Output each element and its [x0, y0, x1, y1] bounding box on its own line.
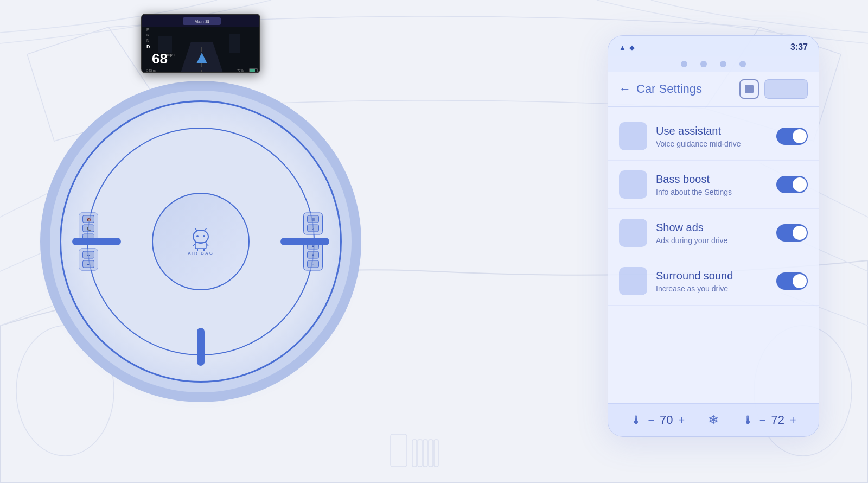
climate-left-value: 70: [660, 413, 673, 427]
climate-right-value: 72: [771, 413, 784, 427]
sw-btn-menu[interactable]: ☰: [307, 215, 319, 223]
setting-text-use-assistant: Use assistant Voice guidance mid-drive: [656, 125, 768, 148]
panel-header: ← Car Settings: [608, 72, 819, 107]
phone-screen: Main St 68 mph P R N D 343 mi 77%: [141, 14, 260, 73]
setting-desc-show-ads: Ads during your drive: [656, 236, 768, 245]
setting-text-surround-sound: Surround sound Increase as you drive: [656, 270, 768, 293]
climate-left-icon: 🌡: [630, 413, 642, 427]
svg-text:77%: 77%: [237, 69, 244, 72]
back-arrow-icon: ←: [619, 82, 631, 96]
nav-dot-1: [681, 61, 687, 67]
setting-item-use-assistant: Use assistant Voice guidance mid-drive: [608, 112, 819, 161]
menu-button[interactable]: [764, 79, 808, 99]
setting-icon-bass-boost: [619, 170, 647, 199]
svg-text:mph: mph: [167, 53, 175, 57]
svg-text:P: P: [146, 28, 149, 31]
stop-button[interactable]: [739, 79, 759, 99]
sw-btn-check[interactable]: ✓: [307, 225, 319, 232]
phone-panel: ▲ ◆ 3:37 ← Car Settings: [608, 35, 819, 437]
svg-rect-32: [250, 69, 255, 72]
steering-section: Main St 68 mph P R N D 343 mi 77%: [43, 30, 358, 453]
header-title: Car Settings: [636, 82, 702, 96]
sw-btn-mute[interactable]: 🔇: [82, 215, 94, 223]
setting-item-bass-boost: Bass boost Info about the Settings: [608, 161, 819, 209]
setting-item-show-ads: Show ads Ads during your drive: [608, 209, 819, 257]
climate-bar: 🌡 − 70 + ❄ 🌡 − 72 +: [608, 403, 819, 436]
phone-map: Main St 68 mph P R N D 343 mi 77%: [142, 15, 259, 72]
main-container: Main St 68 mph P R N D 343 mi 77%: [0, 0, 868, 483]
climate-right-minus[interactable]: −: [760, 414, 766, 427]
sw-btn-next[interactable]: ⏭: [82, 260, 94, 268]
sw-btn-down[interactable]: ▼: [307, 251, 319, 259]
setting-icon-show-ads: [619, 219, 647, 247]
setting-desc-surround-sound: Increase as you drive: [656, 284, 768, 293]
climate-right: 🌡 − 72 +: [742, 413, 796, 427]
toggle-show-ads[interactable]: [776, 224, 808, 242]
toggle-knob-bass-boost: [793, 177, 807, 192]
settings-section: ▲ ◆ 3:37 ← Car Settings: [608, 35, 825, 448]
svg-text:R: R: [146, 33, 149, 37]
status-bar: ▲ ◆ 3:37: [608, 36, 819, 56]
sw-btn-prev[interactable]: ⏮: [82, 251, 94, 259]
toggle-knob-surround-sound: [793, 274, 807, 288]
setting-item-surround-sound: Surround sound Increase as you drive: [608, 257, 819, 306]
climate-right-plus[interactable]: +: [790, 414, 796, 427]
svg-text:68: 68: [152, 50, 168, 67]
climate-left: 🌡 − 70 +: [630, 413, 685, 427]
svg-text:N: N: [146, 39, 149, 42]
spoke-right: [280, 238, 329, 245]
setting-desc-use-assistant: Voice guidance mid-drive: [656, 139, 768, 148]
sw-btn-phone[interactable]: 📞: [82, 225, 94, 232]
header-actions: [739, 79, 808, 99]
setting-icon-use-assistant: [619, 122, 647, 150]
nav-dot-2: [700, 61, 707, 67]
setting-text-show-ads: Show ads Ads during your drive: [656, 221, 768, 245]
setting-icon-surround-sound: [619, 267, 647, 295]
setting-desc-bass-boost: Info about the Settings: [656, 188, 768, 196]
wifi-icon: ◆: [629, 43, 635, 52]
status-icons: ▲ ◆: [619, 43, 635, 52]
svg-point-33: [193, 230, 208, 243]
toggle-knob-show-ads: [793, 226, 807, 240]
sw-btn-back[interactable]: ←: [307, 260, 319, 268]
spoke-bottom: [197, 328, 205, 366]
setting-text-bass-boost: Bass boost Info about the Settings: [656, 173, 768, 196]
android-icon: [188, 228, 214, 251]
toggle-bass-boost[interactable]: [776, 176, 808, 193]
setting-title-show-ads: Show ads: [656, 221, 768, 234]
toggle-surround-sound[interactable]: [776, 272, 808, 290]
climate-right-icon: 🌡: [742, 413, 754, 427]
spoke-left: [72, 238, 121, 245]
svg-text:343 mi: 343 mi: [146, 69, 156, 72]
back-button[interactable]: ← Car Settings: [619, 82, 702, 96]
svg-line-36: [195, 228, 197, 231]
toggle-use-assistant[interactable]: [776, 128, 808, 145]
svg-rect-18: [229, 34, 240, 53]
steering-hub: AIR BAG: [152, 193, 250, 290]
airbag-label: AIR BAG: [188, 251, 214, 256]
stop-icon: [745, 85, 754, 93]
svg-text:Main St: Main St: [194, 19, 209, 24]
status-time: 3:37: [790, 42, 808, 52]
svg-point-34: [196, 235, 199, 237]
settings-list: Use assistant Voice guidance mid-drive B…: [608, 107, 819, 403]
nav-dots: [608, 56, 819, 72]
signal-icon: ▲: [619, 43, 626, 52]
svg-point-35: [203, 235, 205, 237]
nav-dot-4: [739, 61, 746, 67]
svg-text:D: D: [146, 44, 150, 49]
svg-line-37: [205, 228, 207, 231]
steering-wheel: AIR BAG 🔇 📞 − ⏮ ⏭ ☰ ✓: [60, 100, 342, 383]
toggle-knob-use-assistant: [793, 129, 807, 143]
nav-dot-3: [720, 61, 726, 67]
phone-mount: Main St 68 mph P R N D 343 mi 77%: [141, 14, 260, 73]
fan-icon: ❄: [708, 412, 719, 428]
climate-left-minus[interactable]: −: [648, 414, 654, 427]
setting-title-use-assistant: Use assistant: [656, 125, 768, 137]
setting-title-bass-boost: Bass boost: [656, 173, 768, 186]
setting-title-surround-sound: Surround sound: [656, 270, 768, 282]
climate-left-plus[interactable]: +: [679, 414, 685, 427]
